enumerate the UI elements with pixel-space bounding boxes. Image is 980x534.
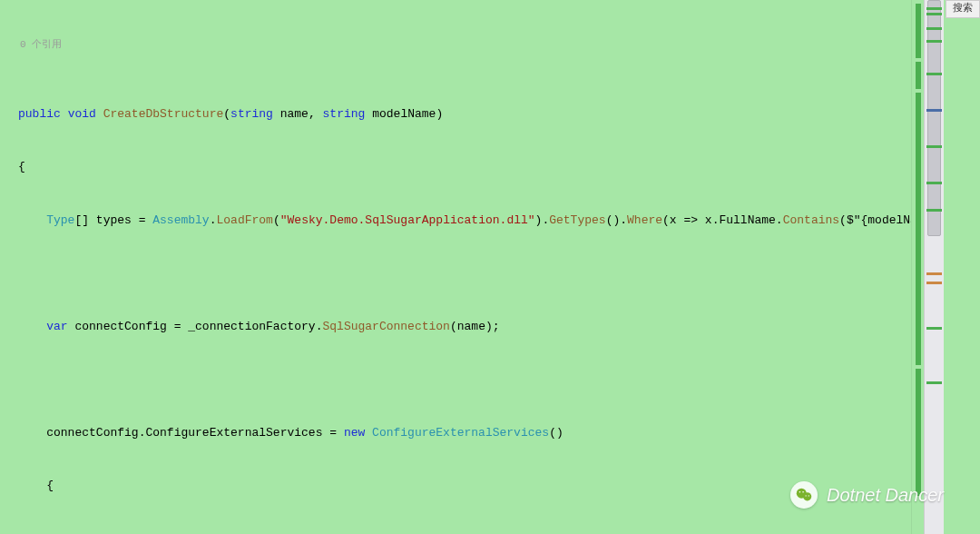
- change-marker: [916, 62, 921, 89]
- code-editor[interactable]: 0 个引用 public void CreateDbStructure(stri…: [0, 0, 944, 534]
- change-marker: [916, 93, 921, 365]
- code-line: [4, 264, 911, 282]
- code-line: EntityService = (c, p) =>: [4, 530, 911, 535]
- code-line: {: [4, 158, 911, 176]
- code-line: Type[] types = Assembly.LoadFrom("Wesky.…: [4, 212, 911, 230]
- code-line: var connectConfig = _connectionFactory.S…: [4, 318, 911, 336]
- code-line: {: [4, 477, 911, 495]
- vertical-scrollbar[interactable]: [924, 0, 944, 534]
- search-tab-label: 搜索: [953, 3, 973, 14]
- codelens-references[interactable]: 0 个引用: [4, 37, 911, 52]
- code-line: public void CreateDbStructure(string nam…: [4, 105, 911, 124]
- change-marker-gutter: [911, 0, 924, 534]
- search-tab[interactable]: 搜索: [946, 0, 980, 18]
- code-line: connectConfig.ConfigureExternalServices …: [4, 424, 911, 442]
- scroll-annotations: [925, 0, 944, 534]
- change-marker: [916, 369, 921, 496]
- code-line: [4, 371, 911, 389]
- change-marker: [916, 4, 921, 58]
- code-area[interactable]: 0 个引用 public void CreateDbStructure(stri…: [0, 0, 911, 534]
